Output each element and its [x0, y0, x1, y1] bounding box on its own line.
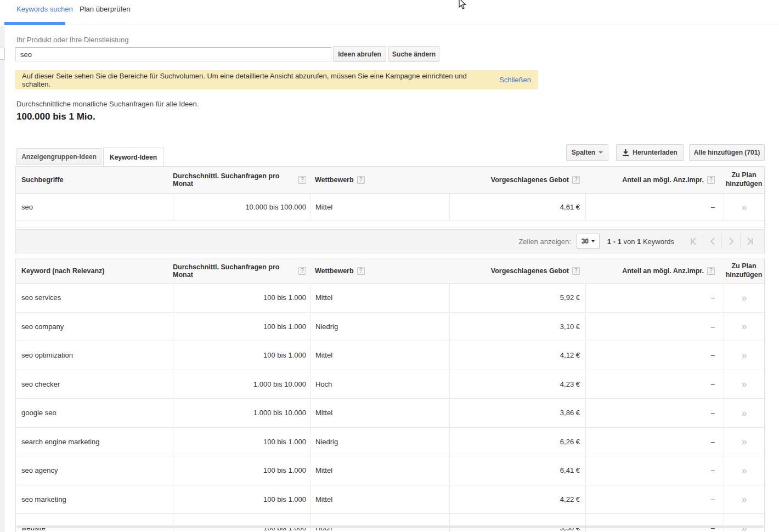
download-button[interactable]: Herunterladen — [616, 144, 684, 161]
table-row: seo marketing 100 bis 1.000 Mittel 4,22 … — [16, 485, 764, 514]
suggested-bid-cell: 4,22 € — [449, 485, 585, 514]
pagination-nav — [684, 234, 759, 248]
header-gebot[interactable]: Vorgeschlagenes Gebot? — [449, 167, 585, 193]
help-icon[interactable]: ? — [357, 267, 365, 275]
summary-value: 100.000 bis 1 Mio. — [16, 111, 95, 122]
competition-cell: Mittel — [311, 341, 449, 370]
add-to-plan-cell: » — [724, 514, 764, 532]
impression-share-cell: – — [585, 428, 724, 456]
add-to-plan-icon[interactable]: » — [741, 293, 747, 303]
help-icon[interactable]: ? — [357, 176, 365, 184]
add-to-plan-icon[interactable]: » — [741, 466, 747, 476]
add-to-plan-icon[interactable]: » — [741, 321, 747, 331]
product-field-label: Ihr Produkt oder Ihre Dienstleistung — [16, 36, 129, 44]
horizontal-scrollbar[interactable] — [16, 525, 764, 528]
header-anteil[interactable]: Anteil an mögl. Anz.impr.? — [585, 167, 724, 193]
add-to-plan-icon[interactable]: » — [741, 494, 747, 504]
suggested-bid-cell: 6,26 € — [449, 428, 585, 456]
suggested-bid-cell: 4,12 € — [449, 341, 585, 370]
panel-toggle-stub[interactable] — [0, 48, 5, 60]
keyword-cell: seo company — [16, 313, 173, 341]
search-terms-table: Suchbegriffe Durchschnittl. Suchanfragen… — [15, 166, 765, 228]
keyword-cell: seo marketing — [16, 485, 173, 514]
help-icon[interactable]: ? — [707, 267, 715, 275]
table-row: seo agency 100 bis 1.000 Mittel 6,41 € –… — [16, 456, 764, 485]
keyword-cell: seo services — [16, 284, 173, 312]
add-to-plan-cell: » — [724, 341, 764, 370]
header-keyword-relevanz[interactable]: Keyword (nach Relevanz) — [16, 258, 173, 283]
download-icon — [622, 149, 629, 156]
competition-cell: Niedrig — [311, 313, 449, 341]
product-search-input[interactable] — [15, 47, 331, 61]
header-zu-plan: Zu Plan hinzufügen — [724, 167, 764, 193]
suggested-bid-cell: 6,41 € — [449, 456, 585, 485]
search-volume-cell: 1.000 bis 10.000 — [173, 370, 311, 399]
impression-share-cell: – — [585, 514, 724, 532]
add-to-plan-cell: » — [724, 428, 764, 456]
first-page-icon[interactable] — [684, 234, 703, 248]
add-to-plan-icon[interactable]: » — [741, 202, 747, 212]
rows-per-page-value: 30 — [582, 237, 589, 245]
header-suchanfragen[interactable]: Durchschnittl. Suchanfragen pro Monat? — [173, 258, 311, 283]
header-wettbewerb[interactable]: Wettbewerb? — [311, 258, 449, 283]
table-footer-strip — [16, 221, 764, 228]
header-suchanfragen[interactable]: Durchschnittl. Suchanfragen pro Monat? — [173, 167, 311, 193]
competition-cell: Hoch — [311, 370, 449, 399]
competition-cell: Mittel — [311, 456, 449, 485]
help-icon[interactable]: ? — [572, 267, 580, 275]
add-to-plan-cell: » — [724, 485, 764, 514]
suggested-bid-cell: 4,61 € — [449, 194, 585, 220]
header-suchbegriffe[interactable]: Suchbegriffe — [16, 167, 173, 193]
impression-share-cell: – — [585, 485, 724, 514]
tab-plan-ueberpruefen[interactable]: Plan überprüfen — [80, 5, 131, 13]
search-volume-cell: 100 bis 1.000 — [173, 456, 311, 485]
columns-button[interactable]: Spalten — [566, 144, 608, 161]
help-icon[interactable]: ? — [707, 176, 715, 184]
add-to-plan-icon[interactable]: » — [741, 350, 747, 360]
last-page-icon[interactable] — [740, 234, 759, 248]
table-row: website 100 bis 1.000 Hoch 3,50 € – » — [16, 514, 764, 532]
notice-close-link[interactable]: Schließen — [499, 76, 531, 84]
search-volume-cell: 100 bis 1.000 — [173, 428, 311, 456]
search-volume-cell: 100 bis 1.000 — [173, 341, 311, 370]
search-volume-cell: 10.000 bis 100.000 — [173, 194, 311, 220]
tab-keyword-ideen[interactable]: Keyword-Ideen — [103, 148, 163, 166]
keyword-ideas-table: Keyword (nach Relevanz) Durchschnittl. S… — [15, 258, 765, 532]
header-gebot[interactable]: Vorgeschlagenes Gebot? — [449, 258, 585, 283]
notice-banner: Auf dieser Seite sehen Sie die Bereiche … — [15, 70, 538, 89]
active-tab-underline — [4, 22, 65, 25]
chevron-down-icon — [599, 151, 603, 154]
keyword-ideas-table-header: Keyword (nach Relevanz) Durchschnittl. S… — [16, 258, 764, 284]
get-ideas-button[interactable]: Ideen abrufen — [333, 46, 386, 62]
add-all-button[interactable]: Alle hinzufügen (701) — [689, 144, 765, 161]
modify-search-button[interactable]: Suche ändern — [388, 46, 439, 62]
table-row: seo company 100 bis 1.000 Niedrig 3,10 €… — [16, 313, 764, 342]
next-page-icon[interactable] — [721, 234, 740, 248]
competition-cell: Niedrig — [311, 428, 449, 456]
keyword-planner-page: Keywords suchen Plan überprüfen Ihr Prod… — [0, 0, 779, 532]
add-to-plan-icon[interactable]: » — [741, 408, 747, 418]
add-to-plan-icon[interactable]: » — [741, 437, 747, 446]
tab-anzeigengruppen-ideen[interactable]: Anzeigengruppen-Ideen — [16, 148, 101, 165]
header-anteil[interactable]: Anteil an mögl. Anz.impr.? — [585, 258, 724, 283]
help-icon[interactable]: ? — [572, 176, 580, 184]
tab-keywords-suchen[interactable]: Keywords suchen — [16, 5, 73, 13]
add-to-plan-cell: » — [724, 370, 764, 399]
search-volume-cell: 100 bis 1.000 — [173, 514, 311, 532]
competition-cell: Mittel — [311, 399, 449, 427]
impression-share-cell: – — [585, 284, 724, 312]
previous-page-icon[interactable] — [703, 234, 721, 248]
add-to-plan-cell: » — [724, 284, 764, 312]
pagination-range: 1 - 1 von 1 Keywords — [607, 237, 674, 246]
add-to-plan-icon[interactable]: » — [741, 379, 747, 389]
help-icon[interactable]: ? — [298, 176, 306, 184]
keyword-cell: seo — [16, 194, 173, 220]
columns-button-label: Spalten — [572, 149, 595, 156]
search-volume-cell: 1.000 bis 10.000 — [173, 399, 311, 427]
header-wettbewerb[interactable]: Wettbewerb? — [311, 167, 449, 193]
help-icon[interactable]: ? — [298, 267, 306, 275]
search-volume-cell: 100 bis 1.000 — [173, 485, 311, 514]
header-zu-plan: Zu Plan hinzufügen — [724, 258, 764, 283]
chevron-down-icon — [591, 240, 595, 242]
rows-per-page-select[interactable]: 30 — [577, 234, 600, 249]
